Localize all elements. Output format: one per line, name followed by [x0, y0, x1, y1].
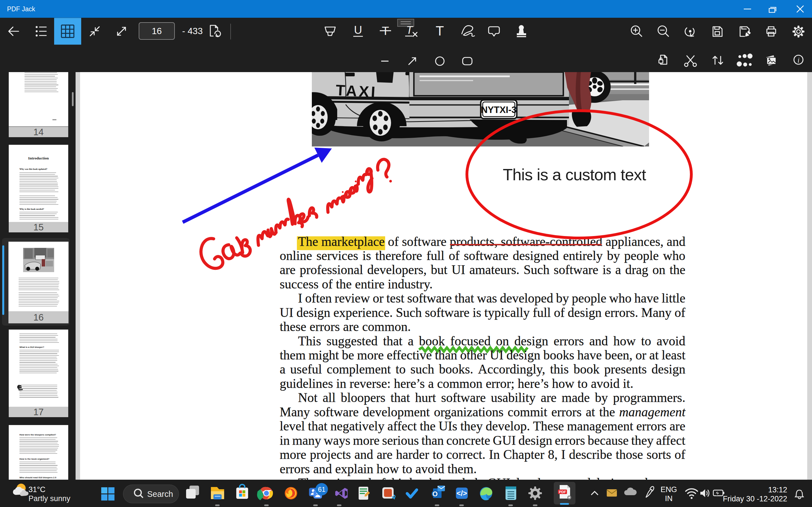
svg-text:PDF: PDF [559, 490, 566, 494]
svg-text:13:12: 13:12 [768, 486, 787, 494]
svg-text:31°C: 31°C [29, 485, 45, 494]
svg-text:</>: </> [456, 489, 467, 497]
svg-text:Search: Search [147, 490, 173, 499]
svg-text:ENG: ENG [661, 485, 677, 494]
svg-text:IN: IN [665, 494, 673, 503]
svg-text:Friday 30 -12-2022: Friday 30 -12-2022 [723, 495, 787, 503]
svg-text:Partly sunny: Partly sunny [29, 494, 70, 503]
svg-text:z: z [803, 486, 805, 490]
svg-text:O: O [433, 490, 438, 498]
svg-text:61: 61 [318, 486, 326, 493]
